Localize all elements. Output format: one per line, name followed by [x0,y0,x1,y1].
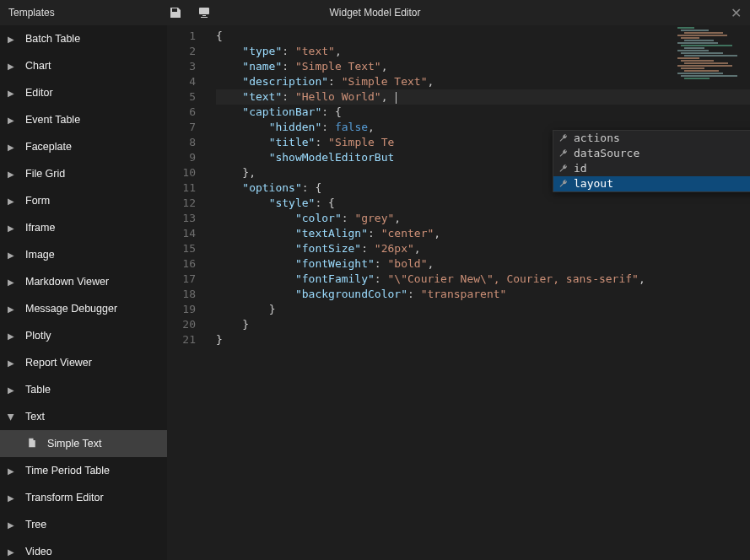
close-icon[interactable]: ✕ [731,5,742,21]
sidebar-item-label: Iframe [25,222,55,234]
sidebar-item-label: Transform Editor [25,492,104,503]
code-line-2[interactable]: "type": "text", [216,44,750,59]
chevron-right-icon: ▶ [5,250,17,260]
chevron-right-icon: ▶ [5,143,17,152]
display-icon[interactable] [197,6,211,19]
autocomplete-item-layout[interactable]: layout [553,176,750,191]
sidebar-item-table[interactable]: ▶Table [0,376,167,403]
line-number-gutter: 123456789101112131415161718192021 [167,25,208,347]
code-line-13[interactable]: "color": "grey", [216,211,750,226]
sidebar-item-chart[interactable]: ▶Chart [0,52,167,79]
sidebar-item-file-grid[interactable]: ▶File Grid [0,160,167,187]
sidebar-item-label: Chart [25,60,51,72]
svg-rect-1 [202,15,206,16]
sidebar-item-editor[interactable]: ▶Editor [0,79,167,106]
code-line-18[interactable]: "backgroundColor": "transparent" [216,287,750,302]
chevron-right-icon: ▶ [5,547,17,557]
autocomplete-item-id[interactable]: id [553,161,750,176]
chevron-right-icon: ▶ [5,277,17,287]
sidebar-item-label: Tree [25,519,46,530]
autocomplete-label: actions [574,131,620,146]
svg-rect-0 [199,8,209,14]
code-line-16[interactable]: "fontWeight": "bold", [216,256,750,272]
window-title: Widget Model Editor [0,7,750,19]
sidebar-item-label: Form [25,195,50,207]
chevron-right-icon: ▶ [5,304,17,314]
code-line-5[interactable]: "text": "Hello World", [216,89,750,105]
chevron-right-icon: ▶ [5,520,17,530]
sidebar-item-form[interactable]: ▶Form [0,187,167,214]
code-line-20[interactable]: } [216,317,750,332]
chevron-right-icon: ▶ [5,358,17,368]
sidebar-item-label: File Grid [25,168,65,180]
sidebar-item-batch-table[interactable]: ▶Batch Table [0,25,167,52]
chevron-right-icon: ▶ [5,62,17,71]
document-icon [27,438,39,450]
chevron-right-icon: ▶ [5,197,17,206]
chevron-right-icon: ▶ [5,170,17,179]
autocomplete-popup[interactable]: actionsdataSourceidlayout [553,130,750,192]
save-icon[interactable] [169,6,182,19]
sidebar-item-message-debugger[interactable]: ▶Message Debugger [0,295,167,322]
sidebar-item-label: Simple Text [47,438,101,450]
wrench-icon [557,179,570,189]
header-toolbar [169,0,211,25]
code-line-19[interactable]: } [216,302,750,317]
minimap[interactable] [674,27,750,78]
code-line-3[interactable]: "name": "Simple Text", [216,59,750,74]
chevron-right-icon: ▶ [5,116,17,125]
sidebar-item-label: Editor [25,87,53,99]
sidebar-child-simple-text[interactable]: Simple Text [0,430,167,457]
sidebar-item-label: Video [25,546,52,557]
code-line-12[interactable]: "style": { [216,196,750,211]
autocomplete-item-actions[interactable]: actions [553,131,750,146]
sidebar-item-markdown-viewer[interactable]: ▶Markdown Viewer [0,268,167,295]
sidebar-item-label: Report Viewer [25,357,92,369]
autocomplete-label: id [574,161,587,176]
sidebar-item-video[interactable]: ▶Video [0,538,167,560]
sidebar-item-image[interactable]: ▶Image [0,241,167,268]
sidebar-item-label: Event Table [25,114,80,126]
sidebar-item-time-period-table[interactable]: ▶Time Period Table [0,457,167,484]
sidebar-item-label: Message Debugger [25,303,117,315]
code-line-14[interactable]: "textAlign": "center", [216,226,750,241]
autocomplete-label: dataSource [574,146,639,161]
sidebar-item-tree[interactable]: ▶Tree [0,511,167,538]
sidebar-item-label: Text [25,411,45,423]
autocomplete-item-dataSource[interactable]: dataSource [553,146,750,161]
wrench-icon [557,148,570,159]
sidebar-item-text[interactable]: ▶Text [0,403,167,430]
svg-rect-2 [201,17,208,18]
chevron-right-icon: ▶ [5,89,17,98]
text-cursor [396,92,397,104]
code-line-15[interactable]: "fontSize": "26px", [216,241,750,256]
sidebar-item-transform-editor[interactable]: ▶Transform Editor [0,484,167,511]
wrench-icon [557,164,570,174]
code-line-4[interactable]: "description": "Simple Text", [216,74,750,89]
chevron-right-icon: ▶ [5,385,17,395]
sidebar-item-label: Batch Table [25,33,80,45]
code-line-1[interactable]: { [216,29,750,44]
templates-title: Templates [0,7,55,19]
code-line-21[interactable]: } [216,332,750,347]
code-line-6[interactable]: "captionBar": { [216,105,750,120]
sidebar-item-label: Image [25,249,55,261]
sidebar-item-event-table[interactable]: ▶Event Table [0,106,167,133]
sidebar-item-label: Plotly [25,330,51,342]
templates-sidebar: ▶Batch Table▶Chart▶Editor▶Event Table▶Fa… [0,25,167,560]
chevron-right-icon: ▶ [5,223,17,233]
sidebar-item-faceplate[interactable]: ▶Faceplate [0,133,167,160]
chevron-down-icon: ▶ [7,411,16,423]
chevron-right-icon: ▶ [5,331,17,341]
sidebar-item-plotly[interactable]: ▶Plotly [0,322,167,349]
wrench-icon [557,133,570,143]
chevron-right-icon: ▶ [5,35,17,44]
sidebar-item-report-viewer[interactable]: ▶Report Viewer [0,349,167,376]
chevron-right-icon: ▶ [5,493,17,503]
sidebar-item-label: Time Period Table [25,465,110,477]
code-line-17[interactable]: "fontFamily": "\"Courier New\", Courier,… [216,272,750,287]
sidebar-item-label: Table [25,384,51,396]
autocomplete-label: layout [574,176,613,191]
sidebar-item-iframe[interactable]: ▶Iframe [0,214,167,241]
code-editor[interactable]: 123456789101112131415161718192021 { "typ… [167,25,750,560]
